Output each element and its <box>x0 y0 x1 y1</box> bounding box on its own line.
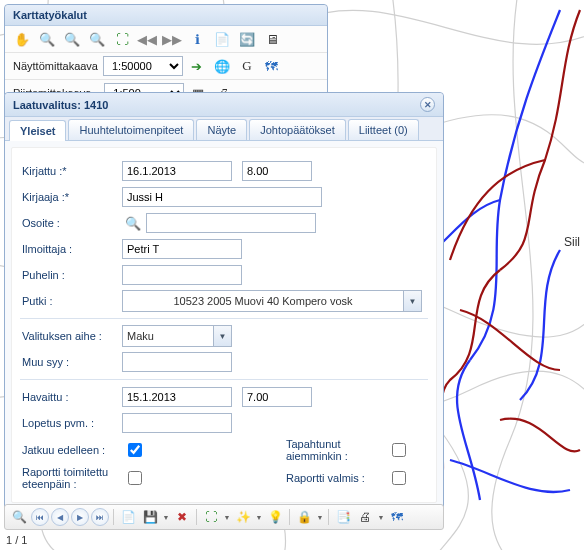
refresh-icon[interactable]: 🔄 <box>236 28 258 50</box>
happened-before-label: Tapahtunut aiemminkin : <box>286 438 386 462</box>
google-icon[interactable]: G <box>236 55 258 77</box>
display-scale-label: Näyttömittakaava <box>11 60 100 72</box>
next-extent-icon[interactable]: ▶▶ <box>161 28 183 50</box>
zoom-to-icon[interactable]: ⛶ <box>201 507 221 527</box>
observed-label: Havaittu : <box>22 391 122 403</box>
wand-dropdown-icon[interactable]: ▼ <box>255 507 263 527</box>
registrar-label: Kirjaaja :* <box>22 191 122 203</box>
layers-down-icon[interactable]: 📄 <box>211 28 233 50</box>
observed-time-input[interactable] <box>242 387 312 407</box>
search-icon[interactable]: 🔍 <box>122 212 144 234</box>
complaint-topic-label: Valituksen aihe : <box>22 330 122 342</box>
chevron-down-icon: ▼ <box>403 291 421 311</box>
save-icon[interactable]: 💾 <box>140 507 160 527</box>
end-date-label: Lopetus pvm. : <box>22 417 122 429</box>
save-dropdown-icon[interactable]: ▼ <box>162 507 170 527</box>
printer-icon[interactable]: 🖨 <box>355 507 375 527</box>
next-record-icon[interactable]: ▶ <box>71 508 89 526</box>
notifier-label: Ilmoittaja : <box>22 243 122 255</box>
export-map-icon[interactable]: 🗺 <box>387 507 407 527</box>
zoom-out-red-icon[interactable]: 🔍 <box>86 28 108 50</box>
printer-dropdown-icon[interactable]: ▼ <box>377 507 385 527</box>
pipe-label: Putki : <box>22 295 122 307</box>
registered-time-input[interactable] <box>242 161 312 181</box>
address-input[interactable] <box>146 213 316 233</box>
tab-conclusions[interactable]: Johtopäätökset <box>249 119 346 140</box>
find-icon[interactable]: 🔍 <box>9 507 29 527</box>
display-scale-select[interactable]: 1:50000 <box>103 56 183 76</box>
last-record-icon[interactable]: ⏭ <box>91 508 109 526</box>
map-tools-title-text: Karttatyökalut <box>13 9 87 21</box>
close-icon[interactable]: ✕ <box>420 97 435 112</box>
zoom-in-icon[interactable]: 🔍 <box>36 28 58 50</box>
pan-icon[interactable]: ✋ <box>11 28 33 50</box>
wand-icon[interactable]: ✨ <box>233 507 253 527</box>
form-header: Laatuvalitus: 1410 ✕ <box>5 93 443 117</box>
registered-date-input[interactable] <box>122 161 232 181</box>
phone-label: Puhelin : <box>22 269 122 281</box>
delete-icon[interactable]: ✖ <box>172 507 192 527</box>
chevron-down-icon: ▼ <box>213 326 231 346</box>
monitor-icon[interactable]: 🖥 <box>261 28 283 50</box>
tab-sample[interactable]: Näyte <box>196 119 247 140</box>
form-title: Laatuvalitus: 1410 <box>13 99 108 111</box>
tab-general[interactable]: Yleiset <box>9 120 66 141</box>
continues-checkbox[interactable] <box>128 443 142 457</box>
go-arrow-icon[interactable]: ➔ <box>186 55 208 77</box>
report-forwarded-label: Raportti toimitettu eteenpäin : <box>22 466 122 490</box>
lock-dropdown-icon[interactable]: ▼ <box>316 507 324 527</box>
map-toolbar-row-1: ✋ 🔍 🔍 🔍 ⛶ ◀◀ ▶▶ ℹ 📄 🔄 🖥 <box>5 26 327 52</box>
end-date-input[interactable] <box>122 413 232 433</box>
happened-before-checkbox[interactable] <box>392 443 406 457</box>
registered-label: Kirjattu :* <box>22 165 122 177</box>
tab-flush[interactable]: Huuhtelutoimenpiteet <box>68 119 194 140</box>
pipe-select-text: 10523 2005 Muovi 40 Kompero vosk <box>123 295 403 307</box>
phone-input[interactable] <box>122 265 242 285</box>
record-pager: 1 / 1 <box>6 534 27 546</box>
report-ready-checkbox[interactable] <box>392 471 406 485</box>
zoom-to-dropdown-icon[interactable]: ▼ <box>223 507 231 527</box>
layers-icon[interactable]: 📑 <box>333 507 353 527</box>
quality-complaint-panel: Laatuvalitus: 1410 ✕ Yleiset Huuhtelutoi… <box>4 92 444 510</box>
continues-label: Jatkuu edelleen : <box>22 444 122 456</box>
report-forwarded-checkbox[interactable] <box>128 471 142 485</box>
bottom-toolbar: 🔍 ⏮ ◀ ▶ ⏭ 📄 💾 ▼ ✖ ⛶ ▼ ✨ ▼ 💡 🔒 ▼ 📑 🖨 ▼ 🗺 <box>4 504 444 530</box>
other-reason-input[interactable] <box>122 352 232 372</box>
report-ready-label: Raportti valmis : <box>286 472 386 484</box>
tab-attachments[interactable]: Liitteet (0) <box>348 119 419 140</box>
info-icon[interactable]: ℹ <box>186 28 208 50</box>
form-body: Kirjattu :* Kirjaaja :* Osoite : 🔍 Ilmoi… <box>11 147 437 503</box>
globe-icon[interactable]: 🌐 <box>211 55 233 77</box>
other-reason-label: Muu syy : <box>22 356 122 368</box>
map-export-icon[interactable]: 🗺 <box>261 55 283 77</box>
registrar-input[interactable] <box>122 187 322 207</box>
observed-date-input[interactable] <box>122 387 232 407</box>
complaint-topic-text: Maku <box>123 330 213 342</box>
zoom-out-green-icon[interactable]: 🔍 <box>61 28 83 50</box>
notifier-input[interactable] <box>122 239 242 259</box>
map-label-siil: Siil <box>564 235 580 249</box>
form-tabs: Yleiset Huuhtelutoimenpiteet Näyte Johto… <box>5 117 443 141</box>
prev-extent-icon[interactable]: ◀◀ <box>136 28 158 50</box>
highlight-icon[interactable]: 💡 <box>265 507 285 527</box>
new-record-icon[interactable]: 📄 <box>118 507 138 527</box>
map-tools-title: Karttatyökalut <box>5 5 327 26</box>
map-toolbar-row-2: Näyttömittakaava 1:50000 ➔ 🌐 G 🗺 <box>5 52 327 79</box>
first-record-icon[interactable]: ⏮ <box>31 508 49 526</box>
pipe-select[interactable]: 10523 2005 Muovi 40 Kompero vosk ▼ <box>122 290 422 312</box>
prev-record-icon[interactable]: ◀ <box>51 508 69 526</box>
address-label: Osoite : <box>22 217 122 229</box>
complaint-topic-select[interactable]: Maku ▼ <box>122 325 232 347</box>
lock-icon[interactable]: 🔒 <box>294 507 314 527</box>
extent-icon[interactable]: ⛶ <box>111 28 133 50</box>
